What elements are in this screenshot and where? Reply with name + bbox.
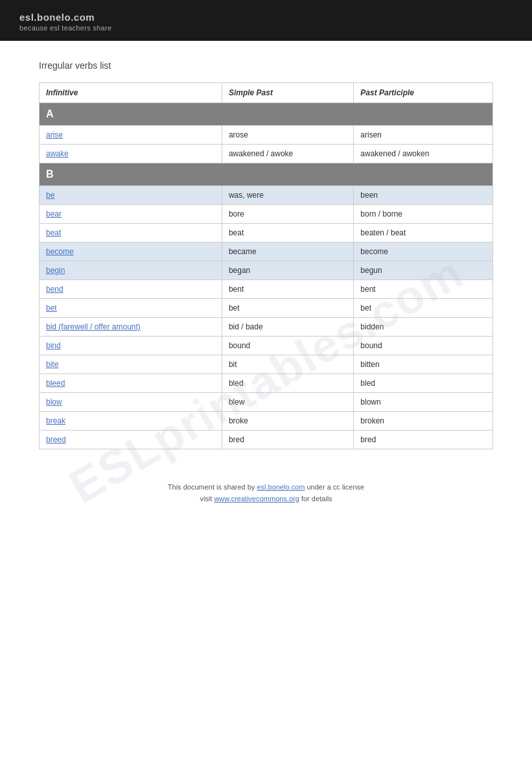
cell-past-participle: become: [354, 243, 493, 261]
cell-past-participle: bred: [354, 431, 493, 449]
table-row: bleedbledbled: [40, 374, 493, 393]
infinitive-link[interactable]: bind: [46, 341, 61, 350]
cell-simple-past: bid / bade: [222, 318, 353, 337]
table-row: arisearosearisen: [40, 126, 493, 145]
table-row: bearboreborn / borne: [40, 205, 493, 224]
footer-line2: visit www.creativecommons.org for detail…: [13, 493, 519, 505]
site-title: esl.bonelo.com: [19, 12, 513, 23]
cell-simple-past: arose: [222, 126, 353, 145]
cell-past-participle: beaten / beat: [354, 224, 493, 243]
cell-simple-past: bore: [222, 205, 353, 224]
cell-past-participle: born / borne: [354, 205, 493, 224]
table-row: bendbentbent: [40, 280, 493, 299]
cell-simple-past: bled: [222, 374, 353, 393]
footer-text3: visit: [200, 495, 214, 503]
cell-past-participle: bled: [354, 374, 493, 393]
cell-past-participle: arisen: [354, 126, 493, 145]
table-row: blowblewblown: [40, 393, 493, 412]
cell-infinitive: become: [40, 243, 222, 261]
cell-simple-past: became: [222, 243, 353, 261]
cell-past-participle: begun: [354, 261, 493, 280]
cell-simple-past: beat: [222, 224, 353, 243]
cell-simple-past: bound: [222, 337, 353, 355]
footer-text2: under a cc license: [305, 483, 364, 491]
cell-infinitive: begin: [40, 261, 222, 280]
cell-infinitive: arise: [40, 126, 222, 145]
footer: This document is shared by esl.bonelo.co…: [0, 469, 532, 517]
cell-simple-past: broke: [222, 412, 353, 431]
table-row: bewas, werebeen: [40, 186, 493, 205]
cell-infinitive: break: [40, 412, 222, 431]
infinitive-link[interactable]: break: [46, 416, 65, 425]
cell-infinitive: bet: [40, 299, 222, 318]
table-row: bindboundbound: [40, 337, 493, 355]
cell-simple-past: bit: [222, 355, 353, 374]
section-letter: B: [40, 163, 493, 186]
footer-text1: This document is shared by: [168, 483, 257, 491]
table-row: breedbredbred: [40, 431, 493, 449]
cell-infinitive: bear: [40, 205, 222, 224]
infinitive-link[interactable]: bet: [46, 303, 57, 313]
cell-simple-past: awakened / awoke: [222, 145, 353, 163]
table-row: breakbrokebroken: [40, 412, 493, 431]
main-content: Irregular verbs list Infinitive Simple P…: [0, 41, 532, 469]
cell-infinitive: bleed: [40, 374, 222, 393]
header: esl.bonelo.com because esl teachers shar…: [0, 0, 532, 41]
cell-infinitive: be: [40, 186, 222, 205]
table-row: becomebecamebecome: [40, 243, 493, 261]
cell-infinitive: awake: [40, 145, 222, 163]
table-row: beatbeatbeaten / beat: [40, 224, 493, 243]
cell-infinitive: bite: [40, 355, 222, 374]
cell-infinitive: bend: [40, 280, 222, 299]
cell-simple-past: bent: [222, 280, 353, 299]
cell-past-participle: bound: [354, 337, 493, 355]
infinitive-link[interactable]: breed: [46, 435, 66, 444]
infinitive-link[interactable]: begin: [46, 266, 65, 275]
infinitive-link[interactable]: bite: [46, 360, 58, 369]
table-row: bid (farewell / offer amount)bid / badeb…: [40, 318, 493, 337]
cell-past-participle: bidden: [354, 318, 493, 337]
section-header-row: A: [40, 103, 493, 126]
cell-infinitive: beat: [40, 224, 222, 243]
cell-simple-past: began: [222, 261, 353, 280]
infinitive-link[interactable]: bend: [46, 285, 64, 294]
cell-infinitive: breed: [40, 431, 222, 449]
cell-past-participle: awakened / awoken: [354, 145, 493, 163]
table-row: betbetbet: [40, 299, 493, 318]
infinitive-link[interactable]: bleed: [46, 379, 65, 388]
cell-simple-past: bet: [222, 299, 353, 318]
cell-simple-past: was, were: [222, 186, 353, 205]
col-simple-past: Simple Past: [222, 83, 353, 103]
section-header-row: B: [40, 163, 493, 186]
cell-past-participle: bitten: [354, 355, 493, 374]
footer-text4: for details: [299, 495, 332, 503]
cell-past-participle: blown: [354, 393, 493, 412]
footer-link2[interactable]: www.creativecommons.org: [214, 495, 299, 503]
cell-simple-past: blew: [222, 393, 353, 412]
cell-infinitive: bid (farewell / offer amount): [40, 318, 222, 337]
table-header-row: Infinitive Simple Past Past Participle: [40, 83, 493, 103]
verb-table: Infinitive Simple Past Past Participle A…: [39, 82, 493, 449]
infinitive-link[interactable]: blow: [46, 397, 62, 407]
cell-infinitive: blow: [40, 393, 222, 412]
infinitive-link[interactable]: beat: [46, 228, 61, 237]
footer-link1[interactable]: esl.bonelo.com: [257, 483, 305, 491]
infinitive-link[interactable]: awake: [46, 149, 69, 158]
table-row: beginbeganbegun: [40, 261, 493, 280]
cell-past-participle: bet: [354, 299, 493, 318]
cell-past-participle: broken: [354, 412, 493, 431]
col-infinitive: Infinitive: [40, 83, 222, 103]
footer-line1: This document is shared by esl.bonelo.co…: [13, 482, 519, 493]
cell-infinitive: bind: [40, 337, 222, 355]
infinitive-link[interactable]: arise: [46, 130, 63, 139]
infinitive-link[interactable]: bid (farewell / offer amount): [46, 322, 141, 331]
table-row: awakeawakened / awokeawakened / awoken: [40, 145, 493, 163]
cell-past-participle: bent: [354, 280, 493, 299]
infinitive-link[interactable]: be: [46, 191, 54, 200]
cell-simple-past: bred: [222, 431, 353, 449]
section-letter: A: [40, 103, 493, 126]
cell-past-participle: been: [354, 186, 493, 205]
infinitive-link[interactable]: become: [46, 247, 74, 256]
infinitive-link[interactable]: bear: [46, 209, 62, 219]
page-title: Irregular verbs list: [39, 60, 493, 71]
